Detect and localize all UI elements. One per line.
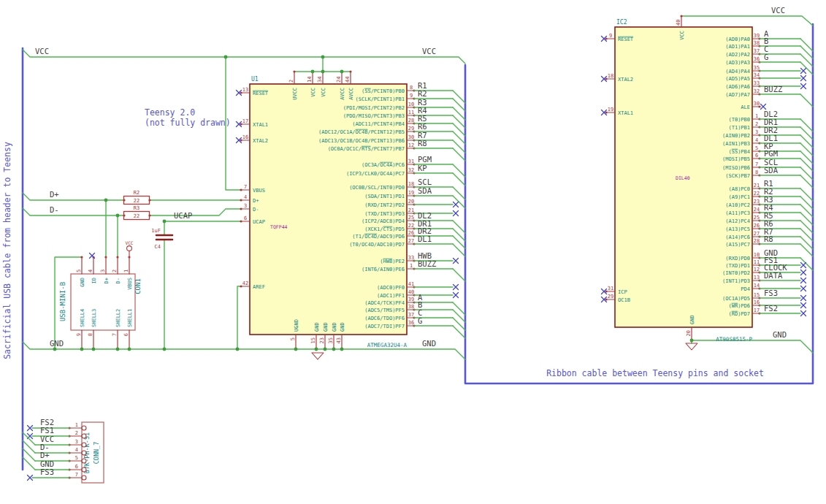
schematic-text-run: HWB [383,259,392,264]
u1-pin-number: 8 [410,85,413,91]
u1-pin-name: UVCC [292,88,298,100]
schematic-text-run: 14 [754,283,760,289]
ic2-pin-number: 7 [755,161,758,167]
pin-end-dot [349,70,351,72]
schematic-text-run: 34 [317,77,323,83]
u1-pin-number: 17 [242,118,248,124]
wire-bus-entry [800,39,813,51]
schematic-text-run: R2 [418,89,427,98]
schematic-text-run: BUZZ [764,85,782,93]
schematic-text-run: 6 [75,464,78,470]
u1-pin-name: (ICP3/CLK0/OC4A)PC7 [346,171,405,177]
wire-vcc-rail [23,50,465,64]
schematic-text-run: 39 [408,297,414,302]
net-label-r2: R2 [418,89,427,98]
header-pin-number: 3 [75,439,78,445]
ic2-pin-name: (SS)PB4 [728,149,750,155]
schematic-text-run: (SCK)PB7 [725,173,750,179]
u1-pin-name: (T0/OC4D/ADC10)PD7 [349,242,405,248]
schematic-text-run: 21 [408,207,414,213]
schematic-text-run: SS [732,149,738,155]
schematic-text-run: VCC [310,88,316,97]
schematic-text-run: PD4 [741,286,750,292]
junction-dot [128,348,131,351]
ic2-pin-name: (AD6)PA6 [725,84,750,90]
schematic-text-run: /ADC9)PD6 [377,234,405,240]
ic2-pin-name: (MOSI)PB5 [722,156,750,162]
wire-ic2-gnd [692,340,813,353]
u1-pin-name: UCAP [253,219,265,225]
schematic-text-run: 39 [754,33,760,39]
u1-pin-name: (SS/PCINT0)PB0 [362,88,405,94]
net-label-g: G [418,316,422,325]
u1-pin-number: 27 [408,238,414,244]
schematic-text-run: VCC [679,31,685,40]
u1-pin-name: D+ [253,198,259,204]
schematic-text-run: 35 [754,65,760,71]
schematic-text-run: 35 [328,337,334,343]
schematic-text-run: (T1/ [352,234,364,240]
schematic-text-run: 11 [408,110,414,115]
schematic-text-run: XTAL2 [618,77,633,83]
wire-bus-entry [800,94,813,107]
header-pin-number: 4 [75,447,78,453]
u1-pin-number: 14 [307,77,313,83]
schematic-text-run: (A12)PC4 [725,218,750,224]
u1-pin-number: 4 [244,194,247,200]
ic2-pin-number: 8 [755,169,758,175]
schematic-text-run: 30 [408,134,414,140]
schematic-text-run: 21 [754,183,760,188]
ic2-pin-name: RESET [618,37,634,42]
schematic-text-run: 37 [754,48,760,54]
u1-pin-name: (OC3A/OC4A)PC6 [362,162,405,168]
schematic-text-run: DIL40 [676,175,690,181]
ic2-pin-name: OC1B [618,297,630,303]
schematic-text-run: 43 [336,337,342,343]
schematic-text-run: 4 [75,447,78,453]
ic2-pin-number: 15 [754,292,760,298]
ic2-pin-number: 34 [754,72,760,78]
schematic-text-run: (A11)PC3 [725,210,750,216]
capacitor-reference: C4 [155,244,161,250]
schematic-text-run: IC2 [616,19,627,26]
pin-end-dot [680,15,682,17]
ic2-pin-number: 31 [608,286,613,291]
ic2-pin-number: 11 [754,259,760,265]
schematic-text-run: RD [732,311,738,317]
u1-pin-name: (TXD/INT3)PD3 [364,211,405,217]
schematic-text-run: 6 [244,215,247,221]
resistor-r3: R322 [124,205,150,220]
schematic-text-run: VBUS [127,278,133,290]
schematic-text-run: TQFP44 [270,224,288,230]
schematic-text-run: (ADC13/OC1B/OC4B/PCINT13)PB6 [318,138,405,144]
ic2-pin-number: 6 [755,153,758,159]
u1-pin-name: (PDI/MOSI/PCINT2)PB2 [343,105,405,111]
wire-aref-gnd [237,286,241,349]
u1-pin-number: 23 [319,337,325,343]
wire-bus-entry [800,244,813,256]
schematic-text-run: (ADC7/TDI)PF7 [364,324,405,329]
schematic-text-run: (AIN0)PB2 [722,133,750,139]
u1-pin-number: 32 [408,167,414,173]
schematic-text-run: CTS [383,226,392,232]
usb-connector-reference: CON1 [134,278,142,294]
net-label-d+: D+ [50,190,59,199]
schematic-text-run: (ICP2/ADC8)PD4 [362,218,405,224]
schematic-text-run: D- [253,207,259,213]
schematic-text-run: (A9)PC1 [728,194,750,200]
schematic-text-run: 27 [754,231,760,237]
schematic-text-run: CONN_7 [93,442,100,465]
ic2-pin-name: (AD5)PA5 [725,76,750,82]
ic2-footprint: DIL40 [676,175,690,181]
schematic-text-run: (INT0)PD2 [722,270,750,276]
ic2-pin-number: 37 [754,48,760,54]
schematic-text-run: 12 [754,267,760,272]
note-text-0: Teensy 2.0 [145,107,195,118]
schematic-text-run: 4 [244,194,247,200]
schematic-text-run: 40 [408,289,414,295]
ic2-pin-number: 26 [754,223,760,229]
header-pin-circle [82,476,86,480]
u1-pin-number: 36 [408,320,414,326]
ic2-pin-name: (MISO)PB6 [722,165,750,171]
schematic-text-run: 7 [112,333,118,336]
